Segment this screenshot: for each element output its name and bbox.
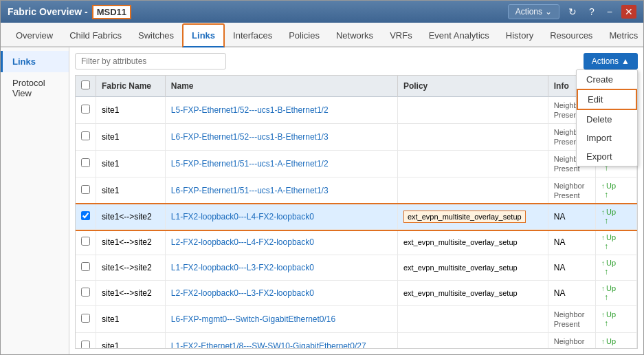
link-name-text[interactable]: L6-FXP-Ethernet1/52---ucs1-B-Ethernet1/3 <box>171 132 329 142</box>
tab-event-analytics[interactable]: Event Analytics <box>421 25 498 47</box>
tab-resources[interactable]: Resources <box>542 25 601 47</box>
link-name-text[interactable]: L1-FX2-loopback0---L3-FX2-loopback0 <box>171 263 314 272</box>
link-name-text[interactable]: L1-FX2-loopback0---L4-FX2-loopback0 <box>171 212 314 222</box>
link-name-text[interactable]: L5-FXP-Ethernet1/52---ucs1-B-Ethernet1/2 <box>171 105 329 115</box>
sidebar-item-links[interactable]: Links <box>1 51 69 72</box>
title-actions-button[interactable]: Actions ⌄ <box>508 4 559 19</box>
row-checkbox[interactable] <box>81 288 90 297</box>
dropdown-create[interactable]: Create <box>577 70 637 89</box>
row-link-name[interactable]: L1-FX2-Ethernet1/8---SW-SW10-GigabitEthe… <box>165 333 397 349</box>
row-status: ↑ Up↑ <box>596 333 637 349</box>
tab-history[interactable]: History <box>498 25 542 47</box>
row-status: ↑ Up↑ <box>596 306 637 333</box>
row-fabric-name: site1 <box>96 151 166 178</box>
row-fabric-name: site1<-->site2 <box>96 204 166 230</box>
row-status: ↑ Up↑ <box>596 178 637 204</box>
link-name-text[interactable]: L2-FX2-loopback0---L3-FX2-loopback0 <box>171 288 314 298</box>
title-actions: Actions ⌄ ↻ ? − ✕ <box>508 4 636 19</box>
row-link-name[interactable]: L5-FXP-Ethernet1/52---ucs1-B-Ethernet1/2 <box>165 97 397 124</box>
row-link-name[interactable]: L2-FX2-loopback0---L3-FX2-loopback0 <box>165 281 397 306</box>
row-link-name[interactable]: L1-FX2-loopback0---L4-FX2-loopback0 <box>165 204 397 230</box>
header-checkbox-col <box>76 76 96 97</box>
tab-links[interactable]: Links <box>182 23 225 47</box>
row-fabric-name: site1<-->site2 <box>96 230 166 255</box>
dropdown-import[interactable]: Import <box>577 129 637 147</box>
status-up: ↑ Up <box>601 208 631 216</box>
link-name-text[interactable]: L5-FXP-Ethernet1/51---ucs1-A-Ethernet1/2 <box>171 159 329 169</box>
tab-overview[interactable]: Overview <box>8 25 61 47</box>
status-up: ↑ Up <box>601 310 631 319</box>
tab-vrfs[interactable]: VRFs <box>381 25 421 47</box>
actions-label: Actions <box>592 56 619 66</box>
row-policy: ext_evpn_multisite_overlay_setup <box>397 255 548 281</box>
row-checkbox-cell <box>76 178 96 204</box>
table-row: site1L5-FXP-Ethernet1/52---ucs1-B-Ethern… <box>76 97 637 124</box>
row-link-name[interactable]: L6-FXP-mgmt0---Switch-GigabitEthernet0/1… <box>165 306 397 333</box>
minimize-button[interactable]: − <box>603 5 616 19</box>
dropdown-delete[interactable]: Delete <box>577 110 637 129</box>
link-name-text[interactable]: L6-FXP-mgmt0---Switch-GigabitEthernet0/1… <box>171 314 335 324</box>
row-checkbox[interactable] <box>81 185 90 194</box>
row-checkbox[interactable] <box>81 211 90 220</box>
tab-child-fabrics[interactable]: Child Fabrics <box>61 25 130 47</box>
tab-networks[interactable]: Networks <box>328 25 381 47</box>
row-policy <box>397 333 548 349</box>
status-up: ↑ Up <box>601 259 631 267</box>
link-name-text[interactable]: L2-FX2-loopback0---L4-FX2-loopback0 <box>171 237 314 247</box>
row-link-name[interactable]: L2-FX2-loopback0---L4-FX2-loopback0 <box>165 230 397 255</box>
row-checkbox[interactable] <box>81 105 90 114</box>
row-info: NA <box>548 204 595 230</box>
link-name-text[interactable]: L6-FXP-Ethernet1/51---ucs1-A-Ethernet1/3 <box>171 186 329 195</box>
close-button[interactable]: ✕ <box>621 5 636 19</box>
row-checkbox[interactable] <box>81 341 90 349</box>
help-button[interactable]: ? <box>586 5 598 19</box>
row-checkbox-cell <box>76 204 96 230</box>
row-checkbox-cell <box>76 97 96 124</box>
tab-interfaces[interactable]: Interfaces <box>225 25 280 47</box>
refresh-button[interactable]: ↻ <box>565 5 580 19</box>
table-row: site1L6-FXP-Ethernet1/51---ucs1-A-Ethern… <box>76 178 637 204</box>
status-up: ↑ Up <box>601 284 631 292</box>
status-arrow-icon: ↑ <box>604 190 608 200</box>
dropdown-edit[interactable]: Edit <box>577 89 637 110</box>
row-policy <box>397 151 548 178</box>
tab-metrics[interactable]: Metrics <box>601 25 644 47</box>
row-checkbox-cell <box>76 333 96 349</box>
row-policy <box>397 178 548 204</box>
row-checkbox[interactable] <box>81 158 90 167</box>
tab-switches[interactable]: Switches <box>130 25 182 47</box>
row-info: NA <box>548 230 595 255</box>
row-status: ↑ Up↑ <box>596 255 637 281</box>
table-row: site1L5-FXP-Ethernet1/51---ucs1-A-Ethern… <box>76 151 637 178</box>
row-link-name[interactable]: L5-FXP-Ethernet1/51---ucs1-A-Ethernet1/2 <box>165 151 397 178</box>
actions-dropdown-button[interactable]: Actions ▲ <box>584 53 638 69</box>
select-all-checkbox[interactable] <box>81 80 90 89</box>
links-table: Fabric Name Name Policy Info site1L5-FXP… <box>76 76 637 349</box>
neighbor-present: NeighborPresent <box>554 310 585 328</box>
row-link-name[interactable]: L6-FXP-Ethernet1/52---ucs1-B-Ethernet1/3 <box>165 124 397 151</box>
arrow-up-icon: ↑ <box>601 208 605 216</box>
sidebar-item-protocol-view[interactable]: Protocol View <box>1 72 69 104</box>
row-checkbox[interactable] <box>81 314 90 323</box>
row-link-name[interactable]: L6-FXP-Ethernet1/51---ucs1-A-Ethernet1/3 <box>165 178 397 204</box>
title-text: Fabric Overview - MSD11 <box>8 5 131 19</box>
row-link-name[interactable]: L1-FX2-loopback0---L3-FX2-loopback0 <box>165 255 397 281</box>
row-policy <box>397 124 548 151</box>
actions-wrapper: Actions ▲ Create Edit Delete Import Expo… <box>584 53 638 69</box>
dropdown-export[interactable]: Export <box>577 147 637 166</box>
row-info: NA <box>548 281 595 306</box>
tab-policies[interactable]: Policies <box>280 25 328 47</box>
row-checkbox-cell <box>76 151 96 178</box>
row-info: NeighborPresent <box>548 306 595 333</box>
link-name-text[interactable]: L1-FX2-Ethernet1/8---SW-SW10-GigabitEthe… <box>171 341 366 349</box>
row-checkbox[interactable] <box>81 237 90 246</box>
row-checkbox[interactable] <box>81 131 90 140</box>
row-checkbox[interactable] <box>81 262 90 271</box>
arrow-up-icon: ↑ <box>601 259 605 267</box>
table-header-row: Fabric Name Name Policy Info <box>76 76 637 97</box>
row-fabric-name: site1 <box>96 306 166 333</box>
filter-input[interactable] <box>75 53 226 69</box>
neighbor-present: NeighborPresent <box>554 337 585 349</box>
row-fabric-name: site1<-->site2 <box>96 281 166 306</box>
row-info: NeighborPresent <box>548 333 595 349</box>
